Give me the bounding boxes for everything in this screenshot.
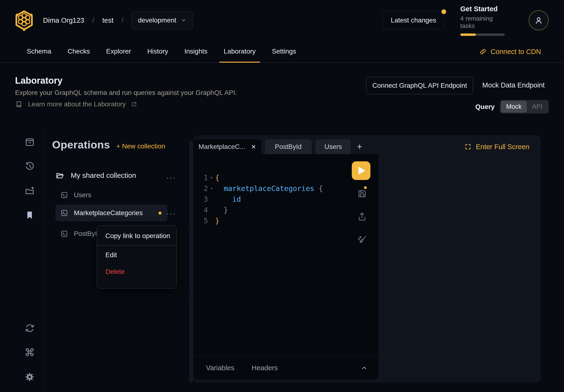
rail-refetch-button[interactable] bbox=[24, 323, 35, 334]
response-area bbox=[378, 154, 541, 382]
unsaved-changes-dot bbox=[158, 211, 162, 215]
connect-to-cdn-link[interactable]: Connect to CDN bbox=[479, 41, 541, 63]
code-line: 3 id bbox=[193, 194, 378, 205]
line-number: 2 bbox=[193, 183, 208, 194]
menu-divider bbox=[97, 245, 176, 246]
headers-tab[interactable]: Headers bbox=[252, 364, 278, 372]
get-started-progress-fill bbox=[460, 33, 476, 36]
line-number: 3 bbox=[193, 194, 208, 205]
user-avatar[interactable] bbox=[529, 10, 549, 30]
operation-icon bbox=[60, 191, 68, 199]
rail-new-collection-button[interactable] bbox=[24, 185, 35, 196]
enter-fullscreen-label: Enter Full Screen bbox=[476, 143, 529, 151]
editor-tab-postbyid[interactable]: PostById bbox=[265, 139, 312, 154]
rail-shortcuts-button[interactable]: ⌘ bbox=[24, 347, 35, 358]
nav-tab-list: Schema Checks Explorer History Insights … bbox=[0, 41, 304, 62]
operation-row-users[interactable]: Users bbox=[60, 191, 91, 199]
variables-tab[interactable]: Variables bbox=[206, 364, 234, 372]
prettify-query-button[interactable] bbox=[357, 235, 367, 245]
enter-fullscreen-button[interactable]: Enter Full Screen bbox=[464, 139, 529, 154]
learn-more-label: Learn more about the Laboratory bbox=[28, 100, 126, 108]
breadcrumb-separator: / bbox=[122, 17, 124, 24]
rail-bookmarks-button[interactable] bbox=[24, 210, 35, 220]
tab-schema[interactable]: Schema bbox=[19, 41, 59, 62]
collapse-chevron-up-icon[interactable] bbox=[361, 364, 368, 372]
menu-item-edit[interactable]: Edit bbox=[97, 247, 176, 263]
code-token: { bbox=[215, 172, 219, 183]
fold-arrow-icon[interactable]: ▾ bbox=[208, 183, 215, 194]
new-collection-button[interactable]: + New collection bbox=[116, 142, 165, 150]
editor-tab-label: PostById bbox=[275, 143, 302, 151]
close-icon[interactable]: ✕ bbox=[251, 143, 256, 150]
operation-icon bbox=[60, 230, 68, 238]
operation-row-marketplace-categories[interactable]: MarketplaceCategories bbox=[55, 205, 167, 221]
query-editor[interactable]: 1 ▾ { 2 ▾ marketplaceCategories { 3 id 4… bbox=[193, 154, 378, 356]
tab-settings[interactable]: Settings bbox=[264, 41, 304, 62]
code-token: marketplaceCategories bbox=[215, 183, 314, 194]
share-operation-button[interactable] bbox=[357, 211, 367, 222]
new-tab-button[interactable]: + bbox=[357, 142, 362, 152]
rail-divider bbox=[44, 128, 45, 392]
operation-row-post-by-id[interactable]: PostById bbox=[60, 230, 101, 238]
operation-icon bbox=[60, 209, 68, 217]
page-subtitle: Explore your GraphQL schema and run quer… bbox=[15, 89, 237, 97]
external-link-icon bbox=[131, 101, 137, 107]
get-started-widget[interactable]: Get Started 4 remaining tasks bbox=[460, 5, 506, 36]
laboratory-page: { "colors": { "accent": "#f2b43f", "dang… bbox=[0, 0, 564, 392]
menu-item-delete[interactable]: Delete bbox=[97, 263, 176, 280]
collection-menu-button[interactable]: ··· bbox=[166, 174, 176, 182]
editor-tab-label: Users bbox=[324, 143, 342, 151]
environment-selector[interactable]: development bbox=[131, 11, 193, 29]
environment-selector-value: development bbox=[138, 16, 176, 24]
tab-history[interactable]: History bbox=[139, 41, 176, 62]
tab-insights[interactable]: Insights bbox=[176, 41, 216, 62]
execute-query-button[interactable] bbox=[352, 161, 371, 180]
target-nav: Schema Checks Explorer History Insights … bbox=[0, 41, 564, 63]
tab-explorer[interactable]: Explorer bbox=[98, 41, 139, 62]
rail-settings-button[interactable] bbox=[24, 372, 35, 382]
connect-graphql-endpoint-button[interactable]: Connect GraphQL API Endpoint bbox=[366, 77, 473, 94]
mock-data-endpoint-button[interactable]: Mock Data Endpoint bbox=[482, 81, 545, 89]
variables-headers-bar: Variables Headers bbox=[193, 356, 378, 379]
query-mode-row: Query Mock API bbox=[475, 100, 549, 113]
rail-docs-button[interactable] bbox=[24, 137, 35, 147]
unsaved-changes-dot bbox=[364, 186, 367, 189]
folder-open-icon bbox=[55, 171, 65, 180]
bookmark-icon bbox=[24, 210, 35, 220]
history-clock-icon bbox=[24, 161, 35, 172]
query-code: 1 ▾ { 2 ▾ marketplaceCategories { 3 id 4… bbox=[193, 154, 378, 226]
connect-to-cdn-label: Connect to CDN bbox=[491, 48, 541, 56]
learn-more-link[interactable]: Learn more about the Laboratory bbox=[15, 100, 137, 108]
refresh-icon bbox=[24, 323, 35, 334]
query-mode-api[interactable]: API bbox=[527, 101, 548, 112]
archive-box-icon bbox=[24, 137, 35, 147]
tab-checks[interactable]: Checks bbox=[59, 41, 98, 62]
collection-row[interactable]: My shared collection bbox=[55, 171, 136, 180]
menu-item-copy-link[interactable]: Copy link to operation bbox=[97, 227, 176, 244]
code-token: } bbox=[215, 215, 219, 226]
hive-logo-icon[interactable] bbox=[14, 10, 34, 31]
editor-tab-users[interactable]: Users bbox=[316, 139, 351, 154]
operation-menu-button[interactable]: ··· bbox=[166, 209, 176, 218]
breadcrumb-project[interactable]: test bbox=[102, 16, 113, 24]
rail-history-button[interactable] bbox=[24, 161, 35, 172]
prettify-broom-icon bbox=[357, 235, 367, 245]
fold-arrow-icon[interactable]: ▾ bbox=[208, 172, 215, 183]
editor-tab-marketplace[interactable]: MarketplaceC... ✕ bbox=[193, 139, 261, 154]
play-icon bbox=[358, 167, 365, 175]
query-mode-mock[interactable]: Mock bbox=[501, 101, 527, 112]
breadcrumb: Dima Org123 / test / development bbox=[43, 11, 193, 29]
latest-changes-button[interactable]: Latest changes bbox=[382, 11, 444, 29]
folder-plus-icon bbox=[24, 185, 35, 196]
tab-laboratory[interactable]: Laboratory bbox=[216, 41, 264, 62]
save-operation-button[interactable] bbox=[357, 188, 367, 199]
breadcrumb-org[interactable]: Dima Org123 bbox=[43, 16, 84, 24]
operations-scrollbar[interactable] bbox=[189, 140, 193, 382]
line-number: 1 bbox=[193, 172, 208, 183]
link-icon bbox=[479, 48, 487, 56]
line-number: 5 bbox=[193, 215, 208, 226]
app-header: Dima Org123 / test / development Latest … bbox=[0, 0, 564, 41]
fullscreen-icon bbox=[464, 143, 471, 150]
code-token: { bbox=[314, 183, 323, 194]
get-started-progressbar bbox=[460, 33, 505, 36]
